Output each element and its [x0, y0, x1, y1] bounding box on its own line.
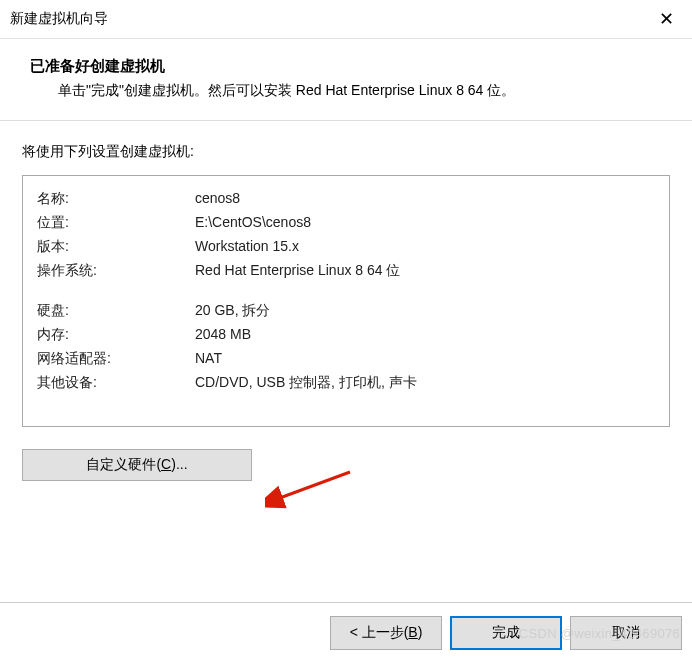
summary-row: 其他设备: CD/DVD, USB 控制器, 打印机, 声卡	[37, 374, 655, 392]
summary-row: 网络适配器: NAT	[37, 350, 655, 368]
wizard-header: 已准备好创建虚拟机 单击"完成"创建虚拟机。然后可以安装 Red Hat Ent…	[0, 39, 692, 121]
customize-label-post: )...	[171, 456, 187, 472]
wizard-footer: < 上一步(B) 完成 取消	[0, 602, 692, 663]
summary-label: 网络适配器:	[37, 350, 195, 368]
summary-value: CD/DVD, USB 控制器, 打印机, 声卡	[195, 374, 655, 392]
summary-box: 名称: cenos8 位置: E:\CentOS\cenos8 版本: Work…	[22, 175, 670, 427]
titlebar: 新建虚拟机向导 ✕	[0, 0, 692, 39]
summary-value: cenos8	[195, 190, 655, 208]
summary-row: 名称: cenos8	[37, 190, 655, 208]
summary-value: Red Hat Enterprise Linux 8 64 位	[195, 262, 655, 280]
back-label-hotkey: B	[408, 624, 417, 640]
summary-row: 硬盘: 20 GB, 拆分	[37, 302, 655, 320]
close-icon[interactable]: ✕	[653, 8, 680, 30]
summary-label: 版本:	[37, 238, 195, 256]
summary-value: 20 GB, 拆分	[195, 302, 655, 320]
summary-label: 位置:	[37, 214, 195, 232]
summary-gap	[37, 286, 655, 302]
summary-row: 位置: E:\CentOS\cenos8	[37, 214, 655, 232]
back-label-pre: < 上一步(	[350, 624, 409, 640]
summary-value: Workstation 15.x	[195, 238, 655, 256]
cancel-button[interactable]: 取消	[570, 616, 682, 650]
wizard-body: 将使用下列设置创建虚拟机: 名称: cenos8 位置: E:\CentOS\c…	[0, 121, 692, 491]
summary-row: 操作系统: Red Hat Enterprise Linux 8 64 位	[37, 262, 655, 280]
summary-value: NAT	[195, 350, 655, 368]
customize-hardware-button[interactable]: 自定义硬件(C)...	[22, 449, 252, 481]
header-subtitle: 单击"完成"创建虚拟机。然后可以安装 Red Hat Enterprise Li…	[58, 82, 662, 100]
summary-value: E:\CentOS\cenos8	[195, 214, 655, 232]
body-intro: 将使用下列设置创建虚拟机:	[22, 143, 670, 161]
customize-label-pre: 自定义硬件(	[86, 456, 161, 472]
summary-value: 2048 MB	[195, 326, 655, 344]
back-label-post: )	[418, 624, 423, 640]
customize-label-hotkey: C	[161, 456, 171, 472]
header-title: 已准备好创建虚拟机	[30, 57, 662, 76]
back-button[interactable]: < 上一步(B)	[330, 616, 442, 650]
summary-label: 其他设备:	[37, 374, 195, 392]
summary-row: 内存: 2048 MB	[37, 326, 655, 344]
summary-label: 硬盘:	[37, 302, 195, 320]
finish-button[interactable]: 完成	[450, 616, 562, 650]
summary-label: 内存:	[37, 326, 195, 344]
window-title: 新建虚拟机向导	[10, 10, 108, 28]
summary-row: 版本: Workstation 15.x	[37, 238, 655, 256]
summary-label: 操作系统:	[37, 262, 195, 280]
summary-label: 名称:	[37, 190, 195, 208]
